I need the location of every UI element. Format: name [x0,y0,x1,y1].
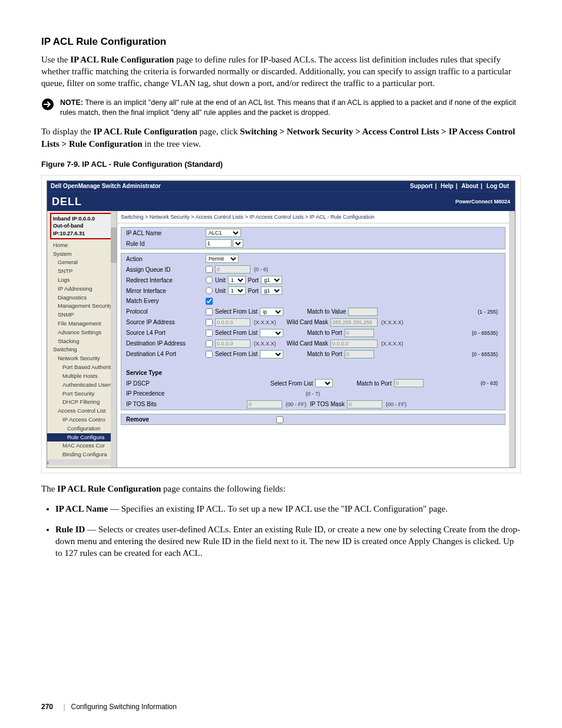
note-label: NOTE: [60,98,83,107]
dstport-check[interactable] [206,351,213,358]
match-every-check[interactable] [206,298,213,305]
dstip-input[interactable] [215,340,250,348]
match-to-port-label: Match to Port [307,350,342,358]
t: page contains the following fields: [161,484,285,493]
ip-info-box: Inband IP:0.0.0.0 Out-of-band IP:10.27.6… [50,213,115,239]
protocol-value-input[interactable] [348,308,378,316]
tree-item[interactable]: System [47,250,117,259]
precedence-hint: (0 - 7) [306,390,320,397]
help-link[interactable]: Help [441,183,454,189]
tree-item[interactable]: General [47,258,117,267]
tos-mask-input[interactable] [347,400,382,409]
ip-acl-name-select[interactable]: ALC1 [206,229,241,237]
srcip-mask-input[interactable] [330,318,378,327]
tree-item[interactable]: Home [47,241,117,250]
port-label: Port [248,287,259,295]
tree-item[interactable]: Rule Configura [47,433,117,442]
panel-remove: Remove [121,414,505,426]
dscp-label: IP DSCP [126,380,206,388]
field-item: IP ACL Name — Specifies an existing IP A… [55,503,521,515]
tree-item[interactable]: Management Security [47,302,117,311]
content-vscroll[interactable] [509,211,515,467]
assign-queue-check[interactable] [206,266,213,273]
protocol-check[interactable] [206,308,213,315]
product-name: PowerConnect M8024 [455,198,510,205]
rule-id-input[interactable] [206,239,232,248]
tree-item[interactable]: Multiple Hosts [47,372,117,381]
redirect-radio[interactable] [206,276,213,284]
tree-item[interactable]: MAC Access Cor [47,442,117,450]
wcm-label: Wild Card Mask [287,318,329,327]
oob-ip: Out-of-band IP:10.27.6.31 [53,222,112,236]
intro-paragraph: Use the IP ACL Rule Configuration page t… [41,54,521,90]
srcport-check[interactable] [206,330,213,337]
tree-item[interactable]: IP Access Contro [47,416,117,424]
rule-id-select[interactable] [233,239,243,248]
tree-item[interactable]: Authenticated Users [47,381,117,390]
crumb-current: IP ACL - Rule Configuration [310,214,375,220]
tree-item[interactable]: DHCP Filtering [47,398,117,407]
support-link[interactable]: Support [410,183,432,189]
tree-item[interactable]: File Management [47,319,117,328]
breadcrumb: Switching > Network Security > Access Co… [117,211,509,223]
crumb[interactable]: Switching [121,214,144,220]
assign-queue-input[interactable] [215,265,250,274]
tree-item[interactable]: Stacking [47,337,117,346]
t: The [41,484,57,493]
t: Use the [41,55,70,64]
tree-item[interactable]: Configuration [47,424,117,433]
redirect-unit-select[interactable]: 1 [228,276,246,284]
tree-item[interactable]: SNTP [47,267,117,276]
srcip-input[interactable] [215,318,250,327]
dstport-label: Destination L4 Port [126,350,206,358]
tree-vscroll[interactable] [111,211,117,467]
srcport-select[interactable] [260,329,283,337]
tree-item[interactable]: Switching [47,345,117,354]
action-select[interactable]: Permit [206,255,239,263]
crumb[interactable]: IP Access Control Lists [249,214,303,220]
tree-item[interactable]: Logs [47,276,117,285]
logout-link[interactable]: Log Out [487,183,509,189]
panel-basic: IP ACL Name ALC1 Rule Id [121,227,505,249]
dell-logo: DELL [52,195,82,209]
tree-item[interactable]: Diagnostics [47,294,117,302]
nav-tree[interactable]: Inband IP:0.0.0.0 Out-of-band IP:10.27.6… [47,211,117,467]
dscp-input[interactable] [394,379,424,387]
dstport-input[interactable] [345,350,374,358]
figure-caption: Figure 7-9. IP ACL - Rule Configuration … [41,159,521,170]
tree-item[interactable]: Port Security [47,390,117,398]
dscp-select[interactable] [315,379,333,387]
mirror-unit-select[interactable]: 1 [228,286,246,295]
tree-item[interactable]: IP Addressing [47,285,117,294]
tree-item[interactable]: Advance Settings [47,328,117,337]
remove-check[interactable] [276,416,283,423]
t: IP ACL Rule Configuration [94,127,197,136]
tree-hscroll[interactable]: ‹› [47,459,117,465]
tree-item[interactable]: Access Control List [47,407,117,416]
inband-ip: Inband IP:0.0.0.0 [53,215,112,222]
tree-item[interactable]: Network Security [47,354,117,363]
unit-label: Unit [215,287,226,295]
t: page, click [197,127,240,136]
tos-hint: (00 - FF) [286,401,306,408]
dstport-select[interactable] [260,350,283,358]
redirect-port-select[interactable]: g1 [261,276,282,284]
tree-item[interactable]: SNMP [47,311,117,319]
mirror-radio[interactable] [206,287,213,294]
tos-input[interactable] [247,400,282,409]
mirror-port-select[interactable]: g1 [261,286,282,295]
note-arrow-icon [41,98,54,114]
srcip-check[interactable] [206,319,213,326]
about-link[interactable]: About [461,183,478,189]
mirror-label: Mirror Interface [126,287,206,295]
crumb[interactable]: Network Security [150,214,190,220]
protocol-label: Protocol [126,308,206,316]
crumb[interactable]: Access Control Lists [196,214,244,220]
dstip-check[interactable] [206,340,213,347]
srcport-input[interactable] [345,329,374,337]
tree-item[interactable]: Binding Configura [47,450,117,459]
select-from-list-label: Select From List [215,350,257,358]
dstip-mask-input[interactable] [330,340,378,348]
protocol-select[interactable]: ip [260,308,283,316]
tree-item[interactable]: Port Based Authent [47,363,117,372]
